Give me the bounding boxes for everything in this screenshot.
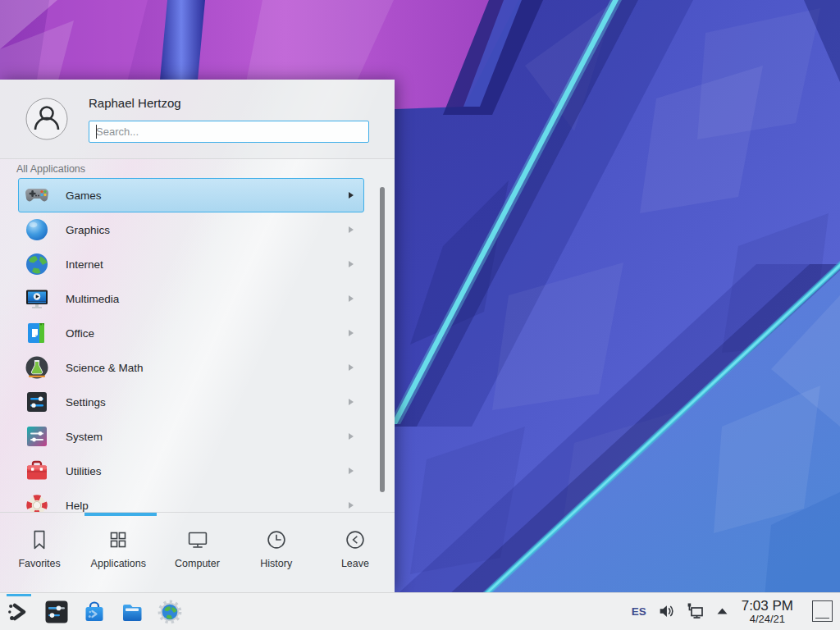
- category-item-settings[interactable]: Settings: [18, 385, 364, 419]
- clock-time: 7:03 PM: [742, 599, 793, 614]
- monitor-play-icon: [24, 285, 50, 312]
- category-label: Graphics: [66, 224, 110, 236]
- computer-icon: [184, 526, 212, 554]
- category-label: Internet: [66, 258, 103, 271]
- expand-tray-icon: [716, 607, 728, 615]
- sliders-icon: [24, 389, 50, 415]
- network-button[interactable]: [686, 601, 705, 621]
- leave-icon: [341, 526, 369, 554]
- tab-label: History: [260, 558, 292, 569]
- clock-icon: [262, 526, 290, 554]
- tab-leave[interactable]: Leave: [316, 515, 395, 592]
- tab-computer[interactable]: Computer: [158, 515, 236, 592]
- category-item-internet[interactable]: Internet: [18, 247, 364, 281]
- launcher-header: Raphael Hertzog: [0, 80, 395, 159]
- globe-icon: [24, 251, 50, 277]
- submenu-arrow-icon: [349, 399, 354, 405]
- category-item-help[interactable]: Help: [18, 488, 364, 512]
- section-label: All Applications: [16, 163, 85, 175]
- kde-launcher-button[interactable]: [7, 600, 31, 624]
- tab-label: Applications: [91, 558, 146, 569]
- category-item-science-math[interactable]: Science & Math: [18, 350, 364, 385]
- tab-history[interactable]: History: [237, 515, 316, 592]
- lifebuoy-icon: [24, 492, 50, 512]
- network-icon: [686, 601, 705, 621]
- submenu-arrow-icon: [349, 226, 354, 233]
- flask-icon: [24, 354, 50, 381]
- web-browser-button[interactable]: [158, 600, 182, 624]
- document-icon: [24, 320, 50, 346]
- system-tray: ES: [632, 599, 840, 624]
- category-item-system[interactable]: System: [18, 419, 364, 454]
- desktop: Raphael Hertzog All Applications: [0, 0, 840, 630]
- tab-favorites[interactable]: Favorites: [0, 515, 79, 592]
- category-item-office[interactable]: Office: [18, 316, 364, 350]
- system-settings-icon: [44, 600, 69, 624]
- user-name: Raphael Hertzog: [89, 96, 181, 110]
- app-grid-icon: [104, 526, 132, 554]
- application-launcher-menu: Raphael Hertzog All Applications: [0, 80, 395, 592]
- toolbox-icon: [24, 458, 50, 484]
- category-label: System: [66, 431, 103, 443]
- user-avatar-icon: [25, 98, 68, 140]
- system-settings-button[interactable]: [44, 600, 69, 624]
- submenu-arrow-icon: [349, 364, 354, 371]
- category-list: Games Graphics: [0, 178, 395, 512]
- tab-applications[interactable]: Applications: [79, 515, 158, 592]
- category-item-utilities[interactable]: Utilities: [18, 454, 364, 488]
- tabbar-divider: [0, 512, 395, 513]
- category-item-games[interactable]: Games: [18, 178, 364, 212]
- discover-button[interactable]: [82, 600, 107, 624]
- list-scrollbar[interactable]: [380, 187, 385, 492]
- user-avatar[interactable]: [25, 98, 68, 140]
- category-label: Settings: [66, 396, 106, 409]
- submenu-arrow-icon: [349, 502, 354, 509]
- submenu-arrow-icon: [349, 330, 354, 336]
- sphere-icon: [24, 217, 50, 243]
- web-browser-icon: [158, 600, 182, 624]
- taskbar-launchers: [0, 600, 182, 624]
- category-label: Multimedia: [66, 293, 119, 305]
- launcher-tabbar: Favorites Applications C: [0, 515, 395, 592]
- category-label: Office: [66, 327, 94, 340]
- submenu-arrow-icon: [349, 192, 354, 199]
- category-item-graphics[interactable]: Graphics: [18, 212, 364, 247]
- category-label: Science & Math: [66, 362, 144, 374]
- submenu-arrow-icon: [349, 295, 354, 302]
- search-input[interactable]: [89, 121, 369, 143]
- show-desktop-button[interactable]: [812, 600, 833, 622]
- category-item-multimedia[interactable]: Multimedia: [18, 281, 364, 316]
- tab-label: Favorites: [18, 558, 60, 569]
- volume-button[interactable]: [657, 602, 675, 620]
- tab-label: Computer: [175, 558, 220, 569]
- submenu-arrow-icon: [349, 261, 354, 267]
- text-caret: [96, 125, 97, 139]
- kde-launcher-icon: [7, 600, 31, 624]
- clock-date: 4/24/21: [742, 614, 793, 625]
- discover-icon: [82, 600, 107, 624]
- keyboard-layout-indicator[interactable]: ES: [632, 605, 646, 618]
- file-manager-button[interactable]: [120, 600, 144, 624]
- tab-label: Leave: [341, 558, 369, 569]
- category-label: Games: [66, 189, 102, 202]
- submenu-arrow-icon: [349, 433, 354, 440]
- bookmark-icon: [25, 526, 53, 554]
- expand-tray-button[interactable]: [716, 607, 728, 615]
- gamepad-icon: [24, 182, 50, 208]
- submenu-arrow-icon: [349, 468, 354, 474]
- taskbar: ES: [0, 592, 840, 630]
- category-label: Help: [66, 500, 89, 512]
- digital-clock[interactable]: 7:03 PM 4/24/21: [742, 599, 793, 624]
- volume-icon: [657, 602, 675, 620]
- category-label: Utilities: [66, 465, 102, 477]
- file-manager-icon: [120, 600, 144, 624]
- system-sliders-icon: [24, 423, 50, 450]
